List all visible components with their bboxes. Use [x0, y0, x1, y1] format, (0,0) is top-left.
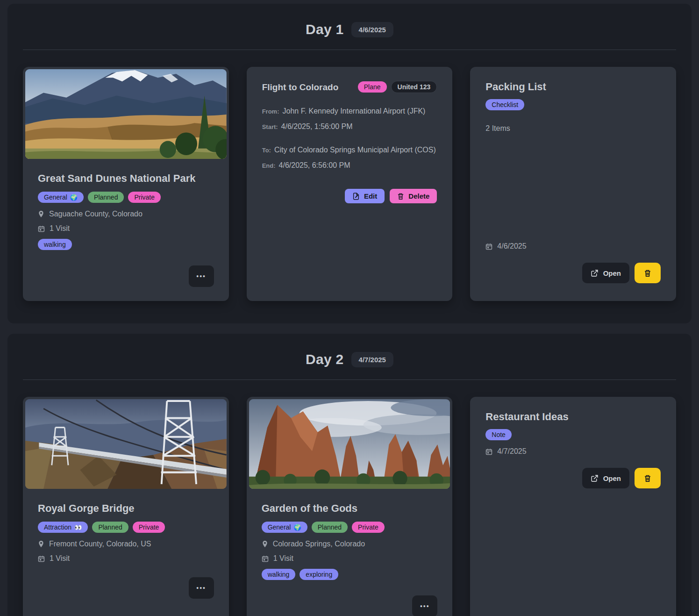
- transportation-card-flight: Flight to Colorado Plane United 123 From…: [247, 67, 453, 301]
- location-pin-icon: [262, 540, 268, 548]
- edit-button[interactable]: Edit: [345, 189, 385, 203]
- category-label: General: [44, 193, 67, 201]
- garden-of-the-gods-illustration: [249, 399, 450, 489]
- visits-row: 1 Visit: [38, 224, 214, 233]
- end-label: End:: [262, 162, 276, 169]
- end-value: 4/6/2025, 6:56:00 PM: [279, 161, 350, 170]
- place-tag-row: General 🌍 Planned Private: [38, 192, 214, 203]
- checklist-date: 4/6/2025: [497, 242, 526, 251]
- eyes-icon: 👀: [74, 524, 82, 531]
- place-tag-row: Attraction 👀 Planned Private: [38, 522, 214, 533]
- trash-icon: [397, 193, 404, 200]
- card-menu-button[interactable]: •••: [189, 265, 214, 287]
- from-label: From:: [262, 108, 279, 115]
- flight-actions: Edit Delete: [262, 189, 437, 203]
- checklist-date-row: 4/6/2025: [485, 242, 661, 251]
- delete-button-label: Delete: [408, 192, 429, 200]
- privacy-badge: Private: [133, 522, 165, 533]
- activity-tag: walking: [262, 569, 296, 580]
- card-menu-button[interactable]: •••: [189, 577, 214, 599]
- from-value: John F. Kennedy International Airport (J…: [283, 107, 426, 115]
- checklist-items-count: 2 Items: [485, 124, 661, 133]
- trash-icon: [644, 269, 651, 277]
- day-2-section: Day 2 4/7/2025: [7, 334, 692, 616]
- checklist-badge-row: Checklist: [485, 99, 661, 110]
- day-2-cards: Royal Gorge Bridge Attraction 👀 Planned …: [7, 380, 692, 616]
- card-menu-button[interactable]: •••: [412, 595, 437, 616]
- edit-icon: [352, 193, 360, 200]
- activity-tag-row: walking: [38, 239, 214, 250]
- note-badge-row: Note: [485, 429, 661, 440]
- privacy-badge: Private: [352, 522, 385, 533]
- checklist-card-packing-list: Packing List Checklist 2 Items 4/6/2025 …: [470, 67, 676, 301]
- calendar-icon: [38, 225, 45, 232]
- note-date: 4/7/2025: [497, 447, 526, 456]
- start-row: Start: 4/6/2025, 1:56:00 PM: [262, 122, 437, 131]
- note-title: Restaurant Ideas: [485, 411, 661, 423]
- place-card-garden-of-the-gods: Garden of the Gods General 🌍 Planned Pri…: [247, 397, 453, 616]
- category-badge: General 🌍: [262, 522, 307, 533]
- note-spacer: [485, 488, 661, 613]
- great-sand-dunes-photo: [25, 69, 227, 159]
- note-date-row: 4/7/2025: [485, 447, 661, 456]
- note-card-restaurant-ideas: Restaurant Ideas Note 4/7/2025 Open: [470, 397, 676, 616]
- great-sand-dunes-illustration: [25, 69, 227, 159]
- flight-row-gap: [262, 138, 437, 146]
- open-button-label: Open: [603, 474, 621, 482]
- day-2-header: Day 2 4/7/2025: [7, 334, 692, 380]
- start-value: 4/6/2025, 1:56:00 PM: [281, 122, 353, 131]
- status-badge: Planned: [312, 522, 348, 533]
- flight-header: Flight to Colorado Plane United 123: [262, 81, 437, 93]
- location-text: Saguache County, Colorado: [49, 210, 143, 218]
- place-card-body: Royal Gorge Bridge Attraction 👀 Planned …: [23, 491, 229, 616]
- edit-button-label: Edit: [364, 192, 377, 200]
- calendar-icon: [485, 243, 492, 250]
- globe-icon: 🌍: [293, 524, 301, 531]
- status-badge: Planned: [92, 522, 128, 533]
- activity-tag: exploring: [300, 569, 338, 580]
- delete-button[interactable]: Delete: [390, 189, 437, 203]
- visits-text: 1 Visit: [50, 554, 70, 563]
- royal-gorge-bridge-photo: [25, 399, 227, 489]
- day-1-cards: Great Sand Dunes National Park General 🌍…: [7, 50, 692, 303]
- royal-gorge-illustration: [25, 399, 227, 489]
- visits-row: 1 Visit: [262, 554, 438, 563]
- location-text: Fremont County, Colorado, US: [49, 540, 151, 548]
- flight-title: Flight to Colorado: [262, 81, 339, 93]
- transport-mode-badge: Plane: [358, 81, 387, 93]
- activity-tag: walking: [38, 239, 72, 250]
- globe-icon: 🌍: [70, 194, 78, 201]
- place-title: Great Sand Dunes National Park: [38, 172, 214, 185]
- location-row: Colorado Springs, Colorado: [262, 540, 438, 548]
- day-date-badge: 4/6/2025: [351, 22, 393, 37]
- open-button[interactable]: Open: [582, 468, 629, 488]
- open-button[interactable]: Open: [582, 263, 629, 283]
- garden-of-the-gods-photo: [249, 399, 450, 489]
- place-card-royal-gorge-bridge: Royal Gorge Bridge Attraction 👀 Planned …: [23, 397, 229, 616]
- day-1-header: Day 1 4/6/2025: [7, 4, 692, 50]
- to-label: To:: [262, 147, 271, 154]
- delete-checklist-button[interactable]: [635, 263, 661, 283]
- to-value: City of Colorado Springs Municipal Airpo…: [274, 146, 436, 154]
- flight-number-badge: United 123: [391, 81, 437, 93]
- external-link-icon: [591, 269, 599, 277]
- visits-text: 1 Visit: [273, 554, 293, 563]
- note-actions: Open: [485, 468, 661, 488]
- place-card-great-sand-dunes: Great Sand Dunes National Park General 🌍…: [23, 67, 229, 301]
- place-card-body: Garden of the Gods General 🌍 Planned Pri…: [247, 491, 453, 616]
- note-type-badge: Note: [485, 429, 512, 440]
- location-row: Saguache County, Colorado: [38, 210, 214, 218]
- category-label: General: [268, 523, 291, 531]
- checklist-actions: Open: [485, 263, 661, 283]
- day-title: Day 1: [306, 21, 344, 37]
- status-badge: Planned: [88, 192, 124, 203]
- calendar-icon: [38, 555, 45, 562]
- place-card-body: Great Sand Dunes National Park General 🌍…: [23, 161, 229, 301]
- open-button-label: Open: [603, 269, 621, 277]
- delete-note-button[interactable]: [635, 468, 661, 488]
- start-label: Start:: [262, 123, 278, 130]
- to-row: To: City of Colorado Springs Municipal A…: [262, 146, 437, 154]
- day-date-badge: 4/7/2025: [351, 352, 393, 367]
- category-badge: General 🌍: [38, 192, 84, 203]
- checklist-spacer: [485, 133, 661, 242]
